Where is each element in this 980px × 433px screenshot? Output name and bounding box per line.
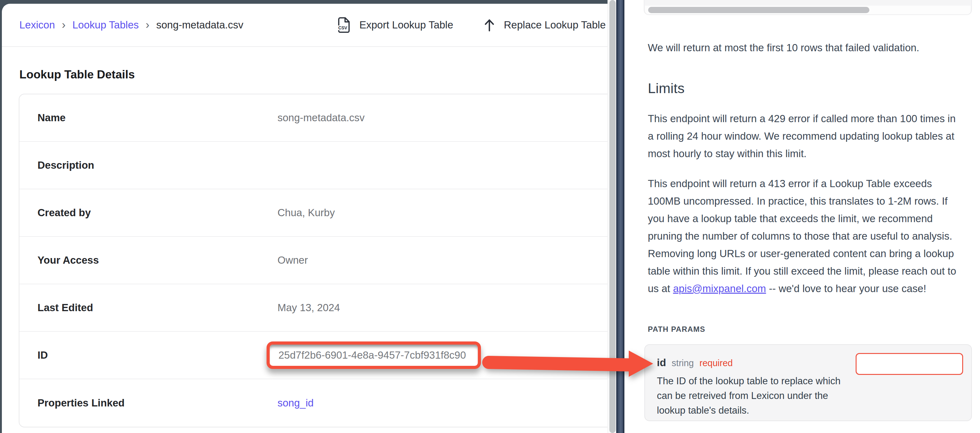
detail-row-your-access: Your Access Owner [19, 237, 608, 284]
replace-lookup-table-button[interactable]: Replace Lookup Table [483, 17, 606, 33]
breadcrumb-current-file: song-metadata.csv [156, 19, 243, 31]
detail-label: Name [38, 112, 65, 124]
detail-value: Chua, Kurby [277, 207, 335, 219]
breadcrumb-lookup-tables[interactable]: Lookup Tables [73, 19, 139, 31]
lookup-table-header: Lexicon › Lookup Tables › song-metadata.… [2, 4, 608, 47]
paragraph-text: This endpoint will return a 413 error if… [648, 178, 956, 294]
detail-label: Description [38, 159, 94, 171]
horizontal-scrollbar[interactable] [645, 6, 970, 14]
lookup-table-window: Lexicon › Lookup Tables › song-metadata.… [2, 4, 608, 433]
id-param-input[interactable] [856, 353, 963, 375]
export-button-label: Export Lookup Table [360, 19, 453, 31]
detail-label: ID [38, 349, 48, 361]
chevron-right-icon: › [146, 19, 150, 30]
linked-property-song-id[interactable]: song_id [277, 397, 314, 409]
path-param-card: id string required The ID of the lookup … [644, 344, 972, 421]
left-window-scrollbar[interactable] [608, 0, 616, 433]
api-docs-panel: We will return at most the first 10 rows… [624, 0, 980, 433]
detail-label: Created by [38, 207, 91, 219]
detail-row-name: Name song-metadata.csv [19, 94, 608, 142]
validation-note: We will return at most the first 10 rows… [648, 39, 963, 57]
export-lookup-table-button[interactable]: CSV Export Lookup Table [337, 17, 453, 33]
toolbar: CSV Export Lookup Table Replace Lookup T… [337, 4, 606, 46]
detail-value: May 13, 2024 [277, 302, 340, 314]
code-block-bottom [644, 0, 972, 15]
window-divider [616, 0, 624, 433]
detail-label: Properties Linked [38, 397, 125, 409]
page-title: Lookup Table Details [19, 68, 135, 81]
detail-row-description: Description [19, 142, 608, 189]
svg-text:CSV: CSV [338, 25, 347, 30]
scrollbar-thumb[interactable] [609, 0, 616, 433]
param-description: The ID of the lookup table to replace wh… [657, 374, 845, 418]
detail-value: song-metadata.csv [277, 112, 365, 124]
csv-file-icon: CSV [337, 17, 351, 33]
id-highlight-box: 25d7f2b6-6901-4e8a-9457-7cbf931f8c90 [267, 341, 481, 369]
detail-row-id: ID 25d7f2b6-6901-4e8a-9457-7cbf931f8c90 [19, 332, 608, 379]
detail-label: Last Edited [38, 302, 93, 314]
apis-email-link[interactable]: apis@mixpanel.com [673, 283, 766, 294]
param-name: id [657, 357, 666, 369]
horizontal-scrollbar-thumb[interactable] [648, 7, 869, 13]
param-required-badge: required [699, 358, 732, 368]
detail-label: Your Access [38, 254, 99, 266]
detail-value: Owner [277, 254, 308, 266]
limits-heading: Limits [648, 80, 685, 97]
screenshot-root: Lexicon › Lookup Tables › song-metadata.… [0, 0, 980, 433]
detail-row-properties-linked: Properties Linked song_id [19, 379, 608, 427]
replace-button-label: Replace Lookup Table [504, 19, 606, 31]
chevron-right-icon: › [62, 19, 65, 30]
detail-row-created-by: Created by Chua, Kurby [19, 189, 608, 237]
param-header: id string required [657, 357, 733, 369]
paragraph-text: -- we'd love to hear your use case! [766, 283, 926, 294]
detail-row-last-edited: Last Edited May 13, 2024 [19, 284, 608, 332]
rate-limit-paragraph: This endpoint will return a 429 error if… [648, 110, 962, 162]
param-type: string [671, 358, 694, 368]
upload-arrow-icon [483, 17, 496, 33]
path-params-label: PATH PARAMS [648, 325, 705, 334]
size-limit-paragraph: This endpoint will return a 413 error if… [648, 175, 962, 298]
lookup-table-id-value: 25d7f2b6-6901-4e8a-9457-7cbf931f8c90 [270, 349, 466, 361]
breadcrumb-lexicon[interactable]: Lexicon [19, 19, 55, 31]
breadcrumb: Lexicon › Lookup Tables › song-metadata.… [19, 4, 243, 46]
details-card: Name song-metadata.csv Description Creat… [19, 94, 608, 427]
